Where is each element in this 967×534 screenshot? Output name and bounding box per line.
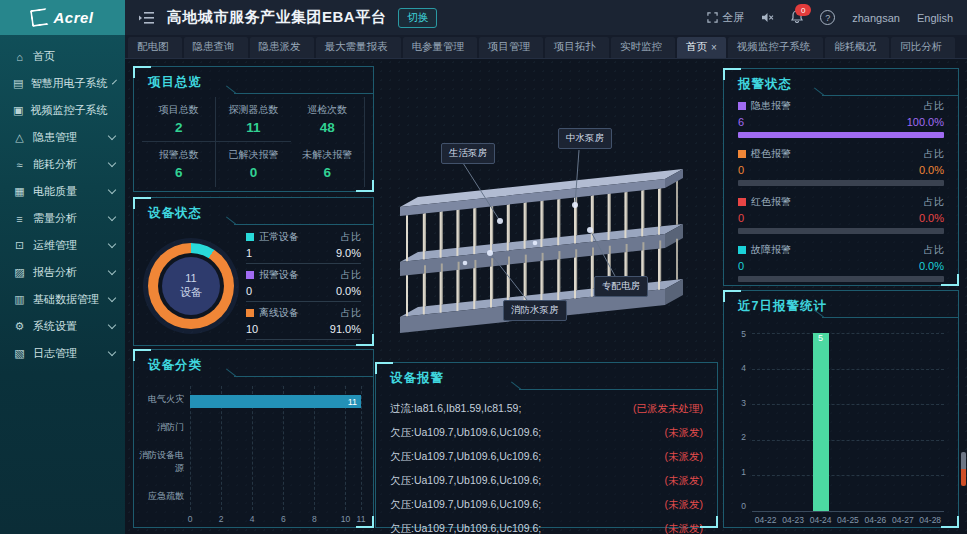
panel-device-alarms: 设备报警 过流:Ia81.6,Ib81.59,Ic81.59; (已派发未处理)… [375,362,718,528]
tab-close-icon[interactable]: × [711,42,717,53]
stat-cell: 未解决报警 6 [291,142,365,187]
y-tick-label: 1 [734,467,746,477]
sidebar-item[interactable]: ≡ 需量分析 [0,205,125,232]
stat-value: 6 [142,165,215,180]
status-percent: 0.0% [919,164,944,176]
weekly-plot: 5 [752,333,944,512]
ratio-label: 占比 [924,243,944,257]
sidebar-item[interactable]: ⊡ 运维管理 [0,232,125,259]
tab[interactable]: 能耗概况 [825,37,889,58]
sidebar-item[interactable]: ≈ 能耗分析 [0,151,125,178]
tab-label: 首页 [686,40,707,54]
tab[interactable]: 首页 × [677,37,726,58]
status-progress-fill [738,132,944,138]
sidebar-item[interactable]: ▤ 智慧用电子系统 [0,70,125,97]
chevron-down-icon [108,321,116,329]
sidebar-item-label: 需量分析 [33,211,77,226]
tab[interactable]: 最大需量报表 [316,37,401,58]
building-label-reclaimed-water-pump-room[interactable]: 中水泵房 [558,128,612,149]
status-percent: 0.0% [919,212,944,224]
device-status-legend: 正常设备 占比 1 9.0% 报警设备 [242,230,361,344]
tab[interactable]: 隐患派发 [250,37,314,58]
stat-label: 未解决报警 [291,148,364,162]
language-switcher[interactable]: English [917,12,953,24]
alarm-list: 过流:Ia81.6,Ib81.59,Ic81.59; (已派发未处理) 欠压:U… [376,387,717,534]
status-value: 0 [738,212,744,224]
legend-value: 0 [246,285,252,297]
ratio-label: 占比 [341,230,361,244]
mute-button[interactable] [761,12,774,23]
sidebar-item[interactable]: △ 隐患管理 [0,124,125,151]
building-label-fire-pump-room[interactable]: 消防水泵房 [503,300,567,321]
chevron-down-icon [108,186,116,194]
sidebar-item-icon: ▤ [13,77,23,90]
sidebar-item[interactable]: ▣ 视频监控子系统 [0,97,125,124]
scrollbar-thumb[interactable] [961,452,966,486]
tab-label: 能耗概况 [834,40,876,54]
tab[interactable]: 项目拓扑 [545,37,609,58]
tab[interactable]: 视频监控子系统 [728,37,824,58]
sidebar-item[interactable]: ▥ 基础数据管理 [0,286,125,313]
stat-label: 探测器总数 [216,103,290,117]
alarm-status: (未派发) [665,498,704,512]
stat-cell: 已解决报警 0 [216,142,290,187]
alarm-text: 欠压:Ua109.7,Ub109.6,Uc109.6; [390,498,541,512]
category-label: 消防设备电源 [138,449,184,475]
sidebar-item-icon: ▥ [13,293,26,306]
building-label-power-distribution-room[interactable]: 专配电房 [594,276,648,297]
fullscreen-button[interactable]: 全屏 [707,10,744,25]
alarm-status: (未派发) [665,474,704,488]
x-tick-label: 6 [281,514,286,524]
menu-fold-icon[interactable] [139,11,155,25]
alarm-status: (已派发未处理) [633,402,703,416]
sidebar-item[interactable]: ▧ 日志管理 [0,340,125,367]
switch-project-button[interactable]: 切换 [398,8,437,28]
alarm-row: 欠压:Ua109.7,Ub109.6,Uc109.6; (未派发) [390,445,703,469]
stat-label: 项目总数 [142,103,215,117]
tab[interactable]: 电参量管理 [403,37,478,58]
sidebar-item-label: 运维管理 [33,238,77,253]
y-tick-label: 4 [734,363,746,373]
legend-label: 正常设备 [259,230,299,244]
bar-slot [862,333,889,511]
sidebar-item[interactable]: ⌂ 首页 [0,43,125,70]
panel-title: 设备分类 [134,350,373,374]
panel-device-status: 设备状态 11 设备 [133,197,374,346]
status-value: 6 [738,116,744,128]
sidebar-item[interactable]: ▦ 电能质量 [0,178,125,205]
status-label: 故障报警 [751,243,791,257]
notifications-button[interactable]: 0 [791,10,803,25]
tab[interactable]: 项目管理 [479,37,543,58]
gridline [361,386,362,510]
panel-alarm-status: 报警状态 隐患报警 占比 6 100.0% [723,68,959,286]
status-progress-track [738,228,944,234]
help-icon[interactable]: ? [820,10,835,25]
category-x-axis: 024681011 [190,514,361,526]
alarm-text: 欠压:Ua109.7,Ub109.6,Uc109.6; [390,474,541,488]
stat-value: 0 [216,165,290,180]
header-bar: 高地城市服务产业集团EBA平台 切换 全屏 0 ? zhangsan Engli… [125,0,967,35]
legend-value: 10 [246,323,258,335]
ratio-label: 占比 [924,99,944,113]
alarm-status-item: 故障报警 占比 0 0.0% [738,243,944,282]
sidebar-item-icon: ▦ [13,185,26,198]
panel-device-category: 设备分类 电气火灾消防门消防设备电源应急疏散 11 024681011 [133,349,374,528]
building-label-life-pump-room[interactable]: 生活泵房 [441,143,495,164]
tab[interactable]: 同比分析 [891,37,955,58]
brand-logo-icon [30,8,49,27]
username[interactable]: zhangsan [852,12,900,24]
tab[interactable]: 实时监控 [611,37,675,58]
tab[interactable]: 隐患查询 [184,37,248,58]
chevron-down-icon [108,159,116,167]
x-tick-label: 04-26 [862,515,889,525]
legend-label: 离线设备 [259,306,299,320]
device-status-donut: 11 设备 [148,243,234,329]
tab[interactable]: 配电图 [128,37,182,58]
sidebar-item[interactable]: ⚙ 系统设置 [0,313,125,340]
stat-cell: 巡检次数 48 [291,97,365,142]
status-color-swatch [738,198,746,206]
chevron-down-icon [108,213,116,221]
sidebar-item[interactable]: ▨ 报告分析 [0,259,125,286]
legend-percent: 91.0% [330,323,361,335]
alarm-status-list: 隐患报警 占比 6 100.0% 橙色报警 [724,93,958,282]
